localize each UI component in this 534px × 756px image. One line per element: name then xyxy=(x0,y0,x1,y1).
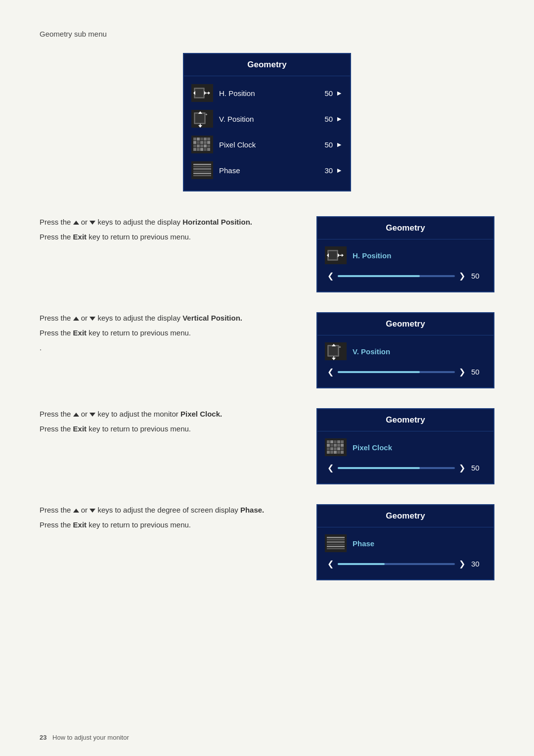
phase-exit: Press the Exit key to return to previous… xyxy=(40,519,302,531)
svg-rect-19 xyxy=(207,138,210,141)
vposition-instruction: Press the or keys to adjust the display … xyxy=(40,312,302,324)
hposition-slider-value: 50 xyxy=(471,272,484,280)
page-content: Geometry sub menu Geometry H. Position 5… xyxy=(0,0,534,630)
phase-instruction: Press the or keys to adjust the degree o… xyxy=(40,504,302,516)
pixelclock-exit: Press the Exit key to return to previous… xyxy=(40,423,302,435)
hposition-sub-label: H. Position xyxy=(353,251,391,260)
phase-slider-row: ❮ ❯ 30 xyxy=(317,556,493,570)
svg-rect-26 xyxy=(197,144,200,147)
svg-rect-15 xyxy=(193,138,196,141)
svg-rect-78 xyxy=(327,537,345,538)
section-phase: Press the or keys to adjust the degree o… xyxy=(40,504,494,580)
menu-item-pixelclock: Pixel Clock 50 ► xyxy=(184,132,350,157)
svg-rect-51 xyxy=(329,346,338,355)
phslider-right-icon: ❯ xyxy=(459,559,465,568)
slider-left-icon: ❮ xyxy=(327,271,334,281)
phase-or: or xyxy=(81,506,88,514)
svg-rect-81 xyxy=(327,544,345,545)
hposition-slider-fill xyxy=(338,275,420,277)
svg-rect-59 xyxy=(334,440,337,443)
vposition-sub-osd: Geometry + V. Position ❮ xyxy=(316,312,494,388)
pixelclock-panel: Geometry xyxy=(316,408,494,484)
vposition-icon: + xyxy=(191,110,213,128)
pixelclock-sub-row: Pixel Clock xyxy=(317,436,493,460)
svg-rect-40 xyxy=(193,173,211,174)
pixelclock-label: Pixel Clock xyxy=(219,141,324,149)
pixelclock-icon xyxy=(191,136,213,153)
svg-rect-29 xyxy=(207,144,210,147)
svg-rect-44 xyxy=(329,251,337,259)
pixelclock-instruction: Press the or key to adjust the monitor P… xyxy=(40,408,302,420)
hposition-exit-key: Exit xyxy=(73,233,87,241)
svg-rect-82 xyxy=(327,546,345,547)
svg-rect-70 xyxy=(337,447,340,450)
phase-slider-value: 30 xyxy=(471,560,484,568)
svg-rect-38 xyxy=(193,168,211,170)
up-arrow-icon xyxy=(73,221,79,225)
menu-item-hposition: H. Position 50 ► xyxy=(184,80,350,106)
phase-sub-title: Geometry xyxy=(317,505,493,527)
main-osd-menu: Geometry H. Position 50 ► xyxy=(183,53,351,191)
svg-rect-61 xyxy=(341,440,344,443)
hposition-sub-title: Geometry xyxy=(317,217,493,239)
svg-rect-65 xyxy=(337,444,340,447)
hposition-slider-row: ❮ ❯ 50 xyxy=(317,268,493,283)
svg-rect-9 xyxy=(195,114,204,123)
phase-exit-key: Exit xyxy=(73,520,87,529)
main-osd-container: Geometry H. Position 50 ► xyxy=(40,53,494,191)
vposition-slider-row: ❮ ❯ 50 xyxy=(317,364,493,378)
phase-text: Press the or keys to adjust the degree o… xyxy=(40,504,316,534)
svg-rect-74 xyxy=(334,451,337,454)
section-hposition: Press the or keys to adjust the display … xyxy=(40,216,494,292)
svg-rect-79 xyxy=(327,539,345,540)
down-arrow-icon xyxy=(89,221,95,225)
vslider-right-icon: ❯ xyxy=(459,367,465,377)
phase-sub-label: Phase xyxy=(353,539,374,548)
up-arrow-icon3 xyxy=(73,413,79,417)
svg-rect-69 xyxy=(334,447,337,450)
hposition-icon xyxy=(191,84,213,102)
phase-icon xyxy=(191,161,213,179)
section-pixelclock: Press the or key to adjust the monitor P… xyxy=(40,408,494,484)
phase-sub-icon xyxy=(325,534,347,552)
vposition-sub-row: + V. Position xyxy=(317,340,493,364)
svg-rect-25 xyxy=(193,144,196,147)
svg-text:+: + xyxy=(339,345,341,349)
svg-rect-24 xyxy=(207,141,210,144)
vposition-slider-track xyxy=(338,371,455,373)
phase-panel: Geometry Phase ❮ xyxy=(316,504,494,580)
svg-rect-73 xyxy=(330,451,333,454)
page-footer: 23 How to adjust your monitor xyxy=(40,734,129,741)
hposition-value: 50 xyxy=(324,89,333,97)
svg-rect-67 xyxy=(327,447,330,450)
hposition-exit: Press the Exit key to return to previous… xyxy=(40,231,302,243)
hposition-label: H. Position xyxy=(219,89,324,97)
svg-rect-83 xyxy=(327,548,345,549)
pixelclock-sub-icon xyxy=(325,438,347,456)
svg-rect-60 xyxy=(337,440,340,443)
svg-rect-62 xyxy=(327,444,330,447)
phslider-left-icon: ❮ xyxy=(327,559,334,568)
svg-rect-33 xyxy=(204,148,207,151)
hposition-sub-icon xyxy=(325,246,347,264)
svg-rect-16 xyxy=(197,138,200,141)
phase-sub-osd: Geometry Phase ❮ xyxy=(316,504,494,580)
svg-rect-2 xyxy=(195,89,203,97)
vposition-label: V. Position xyxy=(219,115,324,123)
pixelclock-sub-osd: Geometry xyxy=(316,408,494,484)
svg-text:+: + xyxy=(205,112,208,117)
vposition-dot: . xyxy=(40,342,302,354)
vposition-arrow: ► xyxy=(336,115,343,123)
vposition-slider-fill xyxy=(338,371,420,373)
hposition-arrow: ► xyxy=(336,89,343,97)
svg-rect-39 xyxy=(193,171,211,172)
svg-rect-27 xyxy=(200,144,203,147)
vposition-term: Vertical Position. xyxy=(182,314,242,322)
pixelclock-slider-fill xyxy=(338,467,420,469)
svg-rect-76 xyxy=(341,451,344,454)
vposition-or: or xyxy=(81,314,88,322)
pixelclock-text: Press the or key to adjust the monitor P… xyxy=(40,408,316,438)
svg-rect-22 xyxy=(200,141,203,144)
down-arrow-icon2 xyxy=(89,317,95,321)
section-title: Geometry sub menu xyxy=(40,30,494,38)
